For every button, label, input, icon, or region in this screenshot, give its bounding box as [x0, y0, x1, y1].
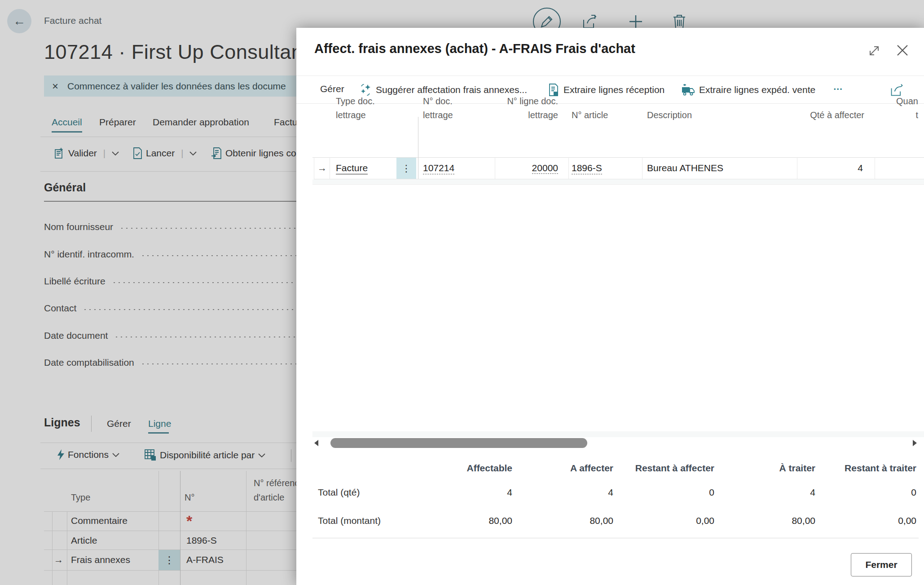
total-amount-restant-traiter: 0,00	[817, 515, 916, 526]
dialog-manage-button[interactable]: Gérer	[320, 84, 344, 94]
row-menu-button[interactable]: ⋮	[396, 158, 416, 179]
row-menu-icon: ⋮	[402, 163, 411, 174]
col-item-no[interactable]: N° article	[572, 108, 608, 122]
extract-receipt-lines-label: Extraire lignes réception	[563, 84, 664, 95]
close-dialog-icon	[896, 44, 909, 57]
close-button-label: Fermer	[865, 559, 897, 570]
total-qty-a-affecter: 4	[514, 487, 613, 498]
total-qty-affectable: 4	[413, 487, 512, 498]
screen: ← Facture achat	[0, 0, 924, 585]
dialog-manage-label: Gérer	[320, 84, 344, 94]
charge-assignment-dialog: Affect. frais annexes (achat) - A-FRAIS …	[296, 28, 924, 585]
col-doc-line-no-line1[interactable]: N° ligne doc.	[495, 94, 558, 108]
totals-col-a-traiter: À traiter	[716, 463, 815, 474]
dialog-title: Affect. frais annexes (achat) - A-FRAIS …	[314, 41, 635, 56]
cell-description[interactable]: Bureau ATHENES	[647, 163, 723, 173]
close-dialog-button[interactable]	[896, 44, 909, 57]
col-type-doc-line1[interactable]: Type doc.	[336, 94, 375, 108]
current-row-arrow-icon: →	[317, 163, 327, 173]
scrollbar-thumb[interactable]	[330, 438, 587, 448]
cell-doc-type[interactable]: Facture	[336, 163, 368, 174]
total-amount-a-traiter: 80,00	[716, 515, 815, 526]
suggest-assignment-label: Suggérer affectation frais annexes...	[376, 84, 527, 95]
extract-shipment-lines-label: Extraire lignes expéd. vente	[699, 84, 815, 95]
col-quantity-line2[interactable]: t	[873, 108, 918, 122]
totals-col-a-affecter: A affecter	[514, 463, 613, 474]
cell-doc-no[interactable]: 107214	[423, 163, 454, 174]
expand-dialog-button[interactable]	[867, 44, 881, 58]
total-qty-a-traiter: 4	[716, 487, 815, 498]
col-quantity-line1[interactable]: Quan	[873, 94, 918, 108]
close-button[interactable]: Fermer	[851, 553, 912, 576]
shipment-lines-icon	[682, 84, 695, 96]
more-options-icon: ⋯	[833, 84, 844, 94]
extract-receipt-lines-button[interactable]: Extraire lignes réception	[548, 84, 664, 96]
more-options-button[interactable]: ⋯	[833, 84, 844, 94]
col-doc-no-line2[interactable]: lettrage	[423, 108, 453, 122]
scroll-left-icon[interactable]	[314, 440, 318, 446]
col-qty-to-assign[interactable]: Qté à affecter	[792, 108, 864, 122]
col-type-doc-line2[interactable]: lettrage	[336, 108, 366, 122]
totals-col-restant-affecter: Restant à affecter	[615, 463, 714, 474]
total-qty-label: Total (qté)	[318, 487, 360, 498]
total-amount-restant-affecter: 0,00	[615, 515, 714, 526]
horizontal-scrollbar[interactable]	[312, 438, 919, 448]
scroll-right-icon[interactable]	[913, 440, 917, 446]
cell-qty-to-assign[interactable]: 4	[790, 163, 863, 173]
total-qty-restant-affecter: 0	[615, 487, 714, 498]
cell-item-no[interactable]: 1896-S	[572, 163, 602, 174]
col-description[interactable]: Description	[647, 108, 692, 122]
cell-doc-line-no[interactable]: 20000	[495, 163, 558, 173]
col-doc-line-no-line2[interactable]: lettrage	[495, 108, 558, 122]
totals-col-restant-traiter: Restant à traiter	[817, 463, 916, 474]
total-amount-a-affecter: 80,00	[514, 515, 613, 526]
totals-col-affectable: Affectable	[413, 463, 512, 474]
extract-shipment-lines-button[interactable]: Extraire lignes expéd. vente	[682, 84, 815, 96]
total-amount-label: Total (montant)	[318, 515, 381, 526]
expand-dialog-icon	[867, 44, 881, 58]
total-qty-restant-traiter: 0	[817, 487, 916, 498]
total-amount-affectable: 80,00	[413, 515, 512, 526]
col-doc-no-line1[interactable]: N° doc.	[423, 94, 453, 108]
